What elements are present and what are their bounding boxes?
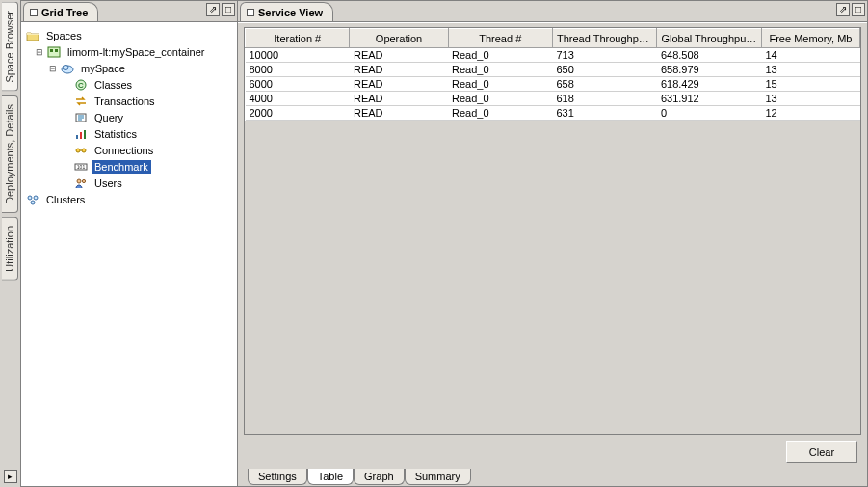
side-tab-deployments-details[interactable]: Deployments, Details xyxy=(2,95,18,213)
table-row[interactable]: 8000READRead_0650658.97913 xyxy=(246,63,860,77)
side-expand-icon[interactable]: ▸ xyxy=(4,470,17,483)
grid-tree: Spaces ⊟ limorm-lt:mySpace_container ⊟ xyxy=(21,23,237,211)
tree-label-statistics: Statistics xyxy=(92,127,140,141)
cell-thread_tp: 631 xyxy=(552,106,656,121)
cell-thread_tp: 618 xyxy=(552,92,656,106)
cell-thread: Read_0 xyxy=(448,106,552,121)
grid-tree-tab[interactable]: Grid Tree xyxy=(23,2,98,21)
cell-thread: Read_0 xyxy=(448,77,552,92)
clear-button[interactable]: Clear xyxy=(786,441,857,463)
button-row: Clear xyxy=(244,435,861,469)
svg-rect-0 xyxy=(48,47,60,57)
maximize-icon[interactable]: □ xyxy=(852,3,865,16)
cell-thread_tp: 713 xyxy=(552,48,656,63)
service-view-tab-label: Service View xyxy=(258,7,323,18)
clusters-icon xyxy=(25,193,40,206)
transactions-icon xyxy=(73,95,89,108)
tree-label-clusters: Clusters xyxy=(43,193,88,206)
tree-node-clusters[interactable]: Clusters xyxy=(23,191,235,207)
col-thread[interactable]: Thread # xyxy=(448,29,552,48)
col-operation[interactable]: Operation xyxy=(350,29,448,48)
tree-node-query[interactable]: Query xyxy=(23,109,235,125)
cell-free_mem: 15 xyxy=(761,77,859,92)
benchmark-table-body: 10000READRead_0713648.508148000READRead_… xyxy=(246,48,860,121)
cell-iteration: 4000 xyxy=(246,92,350,106)
cell-operation: READ xyxy=(350,48,448,63)
subtab-table[interactable]: Table xyxy=(307,469,354,485)
cell-global_tp: 658.979 xyxy=(657,63,761,77)
folder-icon xyxy=(25,29,40,42)
benchmark-icon: 101 xyxy=(73,160,89,174)
service-view-tab[interactable]: Service View xyxy=(240,2,333,21)
svg-point-11 xyxy=(76,149,80,152)
tree-node-statistics[interactable]: Statistics xyxy=(23,125,235,142)
tree-node-classes[interactable]: C Classes xyxy=(23,76,235,93)
benchmark-table: Iteration # Operation Thread # Thread Th… xyxy=(245,28,860,121)
subtab-settings[interactable]: Settings xyxy=(248,469,307,485)
query-icon xyxy=(73,111,89,124)
cell-thread: Read_0 xyxy=(448,48,552,63)
subtab-strip: Settings Table Graph Summary xyxy=(244,469,861,486)
cell-iteration: 6000 xyxy=(246,77,350,92)
tree-label-query: Query xyxy=(92,111,126,124)
cell-iteration: 2000 xyxy=(246,106,350,121)
collapse-icon[interactable]: ⊟ xyxy=(33,47,46,57)
table-row[interactable]: 4000READRead_0618631.91213 xyxy=(246,92,860,106)
side-tab-utilization[interactable]: Utilization xyxy=(2,217,18,281)
tree-label-users: Users xyxy=(92,176,125,190)
col-global-tp[interactable]: Global Throughput,... xyxy=(657,29,761,48)
benchmark-table-wrap: Iteration # Operation Thread # Thread Th… xyxy=(244,27,861,435)
cell-thread_tp: 650 xyxy=(552,63,656,77)
tree-node-myspace[interactable]: ⊟ mySpace xyxy=(23,60,235,76)
svg-rect-2 xyxy=(55,49,58,52)
grid-tree-body: Spaces ⊟ limorm-lt:mySpace_container ⊟ xyxy=(21,22,237,486)
tree-label-container: limorm-lt:mySpace_container xyxy=(65,45,207,59)
connections-icon xyxy=(73,144,89,157)
subtab-graph[interactable]: Graph xyxy=(354,469,405,485)
pin-icon[interactable]: ⇗ xyxy=(206,3,220,16)
tree-node-users[interactable]: Users xyxy=(23,175,235,191)
cell-free_mem: 14 xyxy=(761,48,859,63)
col-iteration[interactable]: Iteration # xyxy=(246,29,350,48)
service-view-panel: Service View ⇗ □ xyxy=(238,0,868,487)
tab-marker-icon xyxy=(30,9,38,16)
subtab-summary[interactable]: Summary xyxy=(405,469,471,485)
svg-text:C: C xyxy=(78,81,84,90)
svg-point-4 xyxy=(63,65,68,69)
tab-marker-icon xyxy=(247,9,254,16)
tree-node-benchmark[interactable]: 101 Benchmark xyxy=(23,158,235,175)
maximize-icon[interactable]: □ xyxy=(222,3,235,16)
tree-label-classes: Classes xyxy=(92,78,135,92)
pin-icon[interactable]: ⇗ xyxy=(836,3,850,16)
tree-node-transactions[interactable]: Transactions xyxy=(23,93,235,109)
tree-node-connections[interactable]: Connections xyxy=(23,142,235,158)
col-thread-tp[interactable]: Thread Throughpu... xyxy=(552,29,656,48)
svg-point-16 xyxy=(82,179,85,182)
tree-label-connections: Connections xyxy=(92,144,156,157)
cell-thread: Read_0 xyxy=(448,92,552,106)
container-icon xyxy=(46,45,62,59)
tree-node-spaces[interactable]: Spaces xyxy=(23,27,235,43)
svg-point-15 xyxy=(77,179,81,183)
cell-iteration: 8000 xyxy=(246,63,350,77)
side-tab-space-browser[interactable]: Space Browser xyxy=(2,2,18,92)
svg-point-12 xyxy=(82,149,86,152)
table-row[interactable]: 10000READRead_0713648.50814 xyxy=(246,48,860,63)
svg-point-19 xyxy=(31,201,35,204)
collapse-icon[interactable]: ⊟ xyxy=(46,64,60,73)
cell-free_mem: 13 xyxy=(761,92,859,106)
cell-iteration: 10000 xyxy=(246,48,350,63)
side-tab-strip: Space Browser Deployments, Details Utili… xyxy=(0,0,21,487)
grid-tree-tabbar: Grid Tree ⇗ □ xyxy=(21,1,237,22)
table-row[interactable]: 6000READRead_0658618.42915 xyxy=(246,77,860,92)
cloud-icon xyxy=(60,62,75,75)
table-row[interactable]: 2000READRead_0631012 xyxy=(246,106,860,121)
cell-operation: READ xyxy=(350,77,448,92)
classes-icon: C xyxy=(73,78,89,92)
grid-tree-panel: Grid Tree ⇗ □ Spaces ⊟ xyxy=(21,0,238,487)
cell-global_tp: 618.429 xyxy=(657,77,761,92)
cell-global_tp: 648.508 xyxy=(657,48,761,63)
tree-label-spaces: Spaces xyxy=(43,29,85,42)
tree-node-container[interactable]: ⊟ limorm-lt:mySpace_container xyxy=(23,43,235,60)
col-free-mem[interactable]: Free Memory, Mb xyxy=(761,29,859,48)
